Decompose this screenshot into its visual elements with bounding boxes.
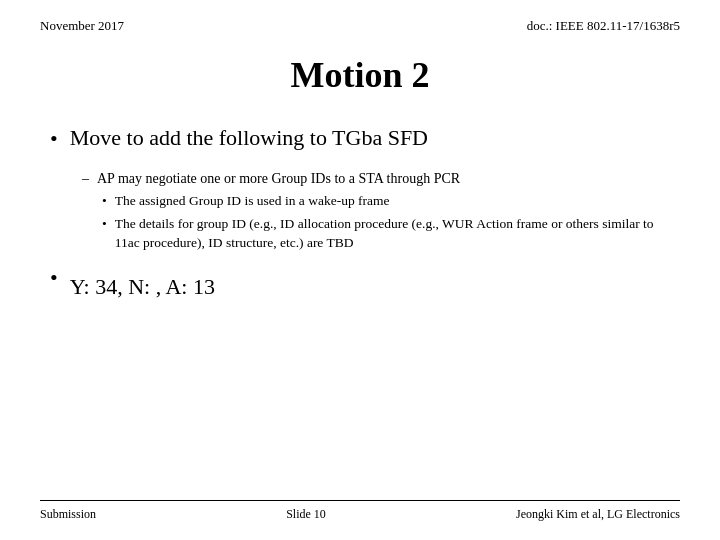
sub-bullet-group: – AP may negotiate one or more Group IDs… [82, 169, 670, 253]
slide-header: November 2017 doc.: IEEE 802.11-17/1638r… [40, 18, 680, 34]
sub-bullet-1: – AP may negotiate one or more Group IDs… [82, 169, 670, 189]
footer-submission: Submission [40, 507, 96, 522]
bullet-2: • Y: 34, N: , A: 13 [50, 263, 670, 302]
footer-slide-number: Slide 10 [286, 507, 326, 522]
nested-text-2: The details for group ID (e.g., ID alloc… [115, 215, 670, 253]
slide-footer: Submission Slide 10 Jeongki Kim et al, L… [40, 500, 680, 522]
slide: November 2017 doc.: IEEE 802.11-17/1638r… [0, 0, 720, 540]
sub-dash: – [82, 169, 89, 189]
bullet-1-dot: • [50, 126, 58, 152]
header-doc: doc.: IEEE 802.11-17/1638r5 [527, 18, 680, 34]
nested-bullets: • The assigned Group ID is used in a wak… [102, 192, 670, 253]
nested-text-1: The assigned Group ID is used in a wake-… [115, 192, 390, 211]
footer-author: Jeongki Kim et al, LG Electronics [516, 507, 680, 522]
nested-bullet-2: • The details for group ID (e.g., ID all… [102, 215, 670, 253]
slide-content: • Move to add the following to TGba SFD … [40, 124, 680, 500]
title-area: Motion 2 [40, 54, 680, 96]
sub-bullet-1-text: AP may negotiate one or more Group IDs t… [97, 169, 460, 189]
nested-bullet-1: • The assigned Group ID is used in a wak… [102, 192, 670, 211]
slide-title: Motion 2 [40, 54, 680, 96]
bullet-2-dot: • [50, 265, 58, 291]
nested-dot-2: • [102, 215, 107, 234]
bullet-1-text: Move to add the following to TGba SFD [70, 124, 428, 153]
bullet-1: • Move to add the following to TGba SFD [50, 124, 670, 153]
header-date: November 2017 [40, 18, 124, 34]
nested-dot-1: • [102, 192, 107, 211]
bullet-2-text: Y: 34, N: , A: 13 [70, 273, 215, 302]
